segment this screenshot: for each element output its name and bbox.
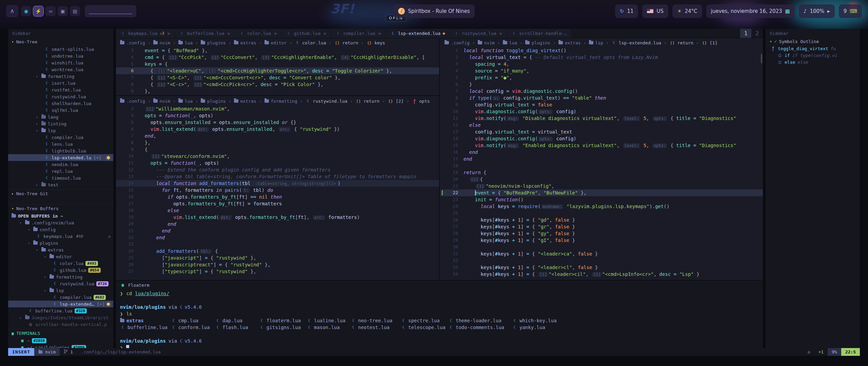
tree-item[interactable]: ☾undotree.lua [8, 53, 113, 59]
systray-pill[interactable]: 9⌨ [839, 4, 862, 18]
breadcrumb-item[interactable]: nvim [153, 99, 170, 104]
tree-item[interactable]: ☾color.lua#493 [8, 260, 113, 267]
section-header[interactable]: ▾Neo-Tree [8, 38, 113, 46]
tree-item[interactable]: ☾compiler.lua [8, 134, 113, 141]
tree-item[interactable]: ▾config [8, 226, 113, 233]
workspace-tag-2[interactable]: ⚡ [33, 6, 43, 16]
tree-item[interactable]: ▾formatting [8, 73, 113, 80]
tree-item[interactable]: ▾formatting [8, 273, 113, 280]
tab-color-lua[interactable]: ☾color.lua× [235, 29, 282, 38]
tree-item[interactable]: ☾keymaps.lua#10⚠ [8, 233, 113, 240]
tab-rustywind-lua[interactable]: ☾rustywind.lua× [450, 29, 507, 38]
tab-scrollbar-handle-[interactable]: ☾scrollbar-handle-… [507, 29, 572, 38]
tab-lsp-extended-lua[interactable]: ☾lsp-extended.lua● [386, 29, 450, 38]
tree-item[interactable]: ▤scrollbar-handle-vertical.p [8, 321, 113, 328]
tree-item[interactable]: ☾timeout.lua [8, 175, 113, 181]
section-header[interactable]: ▸Neo-Tree Git [8, 189, 113, 198]
tree-item[interactable]: OPEN BUFFERS in ~ [8, 212, 113, 219]
workspace-tag-1[interactable]: ◉ [21, 6, 31, 16]
file-entry[interactable]: ☾which-key.lua [512, 318, 563, 323]
file-entry[interactable]: ☾neo-tree.lua [351, 318, 401, 323]
outline-item[interactable]: ▢ifif type(config.vi [766, 52, 860, 59]
file-entry[interactable]: ☾yanky.lua [512, 325, 563, 330]
tree-item[interactable]: ☾smart-splits.lua [8, 46, 113, 53]
breadcrumb-item[interactable]: editor [264, 40, 287, 45]
close-icon[interactable]: × [323, 31, 326, 36]
cwd-segment[interactable]: nvim [34, 348, 60, 356]
workspace-tag-5[interactable]: ▤ [70, 6, 80, 16]
tree-item[interactable]: ☾neodim.lua [8, 161, 113, 168]
tree-item[interactable]: ☾sqlfmt.lua [8, 107, 113, 114]
breadcrumb-item[interactable]: ƒopts [412, 99, 430, 104]
weather-pill[interactable]: ☀24°C [672, 4, 702, 18]
breadcrumb-item[interactable]: lua [503, 40, 517, 45]
breadcrumb-item[interactable]: nvim [478, 40, 495, 45]
tree-item[interactable]: ▸test [8, 181, 113, 188]
git-branch-segment[interactable]: 1 [60, 348, 77, 356]
code-area[interactable]: 3 event = { "BufRead" }, 4 cmd = { [1]"C… [116, 47, 439, 95]
tree-item[interactable]: ☾worktree.lua [8, 66, 113, 73]
updates-pill[interactable]: ↻11 [615, 4, 638, 18]
tree-item[interactable]: ▾lsp [8, 127, 113, 134]
tree-item[interactable]: ☾lens.lua [8, 141, 113, 147]
tabpage-2[interactable]: 2 [751, 29, 763, 38]
breadcrumb-item[interactable]: ☾rustywind.lua [305, 99, 348, 104]
section-header[interactable]: ▣TERMINALS [8, 329, 113, 337]
breadcrumb-item[interactable]: nvim [153, 40, 170, 45]
date-pill[interactable]: jueves, noviembre 16, 2023▦ [706, 4, 795, 18]
breadcrumb-item[interactable]: extras [234, 40, 256, 45]
file-entry[interactable]: ☾conform.lua [171, 325, 215, 330]
tree-item[interactable]: ▾.config/nvim/lua [8, 219, 113, 226]
tree-item[interactable]: ☾lsp-extended.lu[+] [8, 154, 113, 161]
workspace-tag-3[interactable]: ∞ [45, 6, 56, 16]
breadcrumb-item[interactable]: ☾lsp-extended.lua [611, 40, 661, 45]
tree-item[interactable]: ▸linting [8, 120, 113, 127]
tree-item[interactable]: ▣~#2859 [8, 337, 113, 344]
launcher-button[interactable]: ∧ [6, 5, 18, 17]
tree-item[interactable]: ☾github.lua#654 [8, 267, 113, 273]
file-entry[interactable]: ☾flash.lua [215, 325, 259, 330]
symbols-outline-header[interactable]: ▾ ✓ Symbols Outline [766, 38, 860, 45]
file-entry[interactable]: ☾mason.lua [307, 325, 351, 330]
tree-item[interactable]: ▸Juegos/Indies/SteamLibrary/st [8, 314, 113, 321]
workspace-tag-4[interactable]: ▣ [58, 6, 68, 16]
file-entry[interactable]: ☾spectre.lua [401, 318, 448, 323]
breadcrumb-item[interactable]: lua [178, 40, 193, 45]
breadcrumb-item[interactable]: .config [445, 40, 470, 45]
breadcrumb-item[interactable]: {}[2] [388, 99, 403, 104]
file-entry[interactable]: ☾todo-comments.lua [448, 325, 512, 330]
file-entry[interactable]: ☾lualine.lua [307, 318, 351, 323]
close-icon[interactable]: × [378, 31, 381, 36]
breadcrumb-item[interactable]: .config [120, 40, 145, 45]
tab-bufferline-lua[interactable]: ☾bufferline.lua× [175, 29, 235, 38]
tree-item[interactable]: ☾isort.lua [8, 80, 113, 86]
breadcrumb-item[interactable]: ☾color.lua [295, 40, 326, 45]
breadcrumb-item[interactable]: extras [234, 99, 256, 104]
taskbar-prompt[interactable] [85, 5, 136, 17]
breadcrumb-item[interactable]: plugins [201, 99, 226, 104]
tree-item[interactable]: ▾editor [8, 253, 113, 260]
breadcrumb-item[interactable]: []return [334, 40, 358, 45]
outline-item[interactable]: ƒtoggle_diag_virtextfu [766, 45, 860, 52]
breadcrumb-item[interactable]: formatting [264, 99, 297, 104]
close-icon[interactable]: × [167, 31, 170, 36]
section-header[interactable]: ▾Neo-Tree Buffers [8, 204, 113, 212]
tree-item[interactable]: ▾plugins [8, 240, 113, 246]
tree-item[interactable]: ▸lang [8, 114, 113, 120]
close-icon[interactable]: × [274, 31, 277, 36]
breadcrumb-item[interactable]: []return [669, 40, 693, 45]
file-entry[interactable]: ☾theme-loader.lua [448, 318, 512, 323]
outline-item[interactable]: ▢elseelse [766, 59, 860, 65]
breadcrumb-item[interactable]: {}keys [366, 40, 385, 45]
file-entry[interactable]: ☾dap.lua [215, 318, 259, 323]
tree-item[interactable]: ▣~/.c/n/l/plugins#3980 [8, 344, 113, 348]
tree-item[interactable]: ☾compiler.lua#682 [8, 294, 113, 301]
close-icon[interactable]: × [499, 31, 502, 36]
file-entry[interactable]: ☾floaterm.lua [259, 318, 307, 323]
file-entry[interactable]: ☾neotest.lua [351, 325, 401, 330]
tab-compiler-lua[interactable]: ☾compiler.lua× [331, 29, 386, 38]
file-entry[interactable]: ☾bufferline.lua [120, 325, 171, 330]
code-area[interactable]: 3 [1]"williamboman/mason.nvim", 4 opts =… [116, 105, 439, 275]
breadcrumb-item[interactable]: {}[1] [702, 40, 717, 45]
breadcrumb-item[interactable]: .config [120, 99, 145, 104]
